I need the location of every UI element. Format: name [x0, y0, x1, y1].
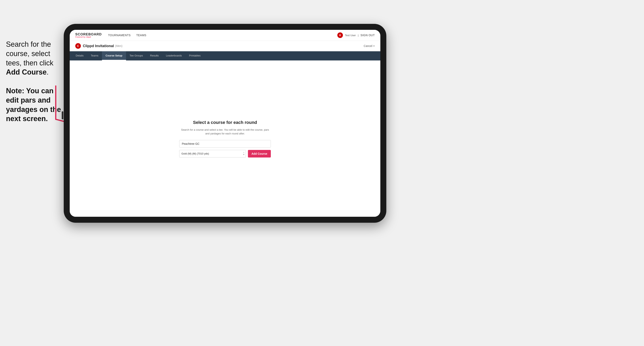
tablet-frame: SCOREBOARD Powered by clippd TOURNAMENTS…	[64, 24, 386, 223]
tee-clear-icon[interactable]: ×	[243, 152, 245, 154]
tournament-icon: C	[75, 43, 81, 49]
nav-tournaments[interactable]: TOURNAMENTS	[108, 33, 131, 38]
sign-out-link[interactable]: Sign out	[360, 33, 375, 38]
logo-area: SCOREBOARD Powered by clippd	[75, 33, 102, 38]
logo-text: SCOREBOARD	[75, 33, 102, 36]
nav-teams[interactable]: TEAMS	[136, 33, 146, 38]
instructions-panel: Search for the course, select tees, then…	[6, 40, 62, 124]
add-course-button[interactable]: Add Course	[248, 150, 271, 158]
cancel-label: Cancel	[364, 44, 372, 47]
tee-select-wrapper: Gold (M) (M) (7010 yds) × ▼	[179, 150, 246, 158]
logo-block: SCOREBOARD Powered by clippd	[75, 33, 102, 38]
instruction-line2: course, select	[6, 49, 50, 58]
tab-teams[interactable]: Teams	[87, 51, 102, 60]
tab-course-setup[interactable]: Course Setup	[102, 51, 126, 60]
tournament-subtitle: (Men)	[115, 44, 122, 47]
user-avatar: R	[337, 32, 343, 38]
instruction-note3: yardages on the	[6, 105, 61, 114]
logo-sub: Powered by clippd	[75, 36, 102, 38]
cancel-button[interactable]: Cancel ×	[364, 44, 375, 47]
main-content: Select a course for each round Search fo…	[70, 60, 380, 217]
tablet-screen: SCOREBOARD Powered by clippd TOURNAMENTS…	[70, 30, 380, 217]
tournament-title: Clippd Invitational	[83, 44, 114, 48]
course-card: Select a course for each round Search fo…	[179, 120, 271, 158]
tab-results[interactable]: Results	[146, 51, 162, 60]
tournament-header: C Clippd Invitational (Men) Cancel ×	[70, 41, 380, 51]
instruction-note: Note: You can	[6, 87, 54, 95]
instruction-line1: Search for the	[6, 40, 51, 48]
tab-leaderboards[interactable]: Leaderboards	[162, 51, 186, 60]
nav-links: TOURNAMENTS TEAMS	[108, 33, 337, 38]
tee-row: Gold (M) (M) (7010 yds) × ▼ Add Course	[179, 150, 271, 158]
course-search-input[interactable]	[179, 140, 271, 148]
tab-tee-groups[interactable]: Tee Groups	[126, 51, 146, 60]
card-description: Search for a course and select a tee. Yo…	[179, 128, 271, 136]
instruction-period: .	[46, 68, 48, 76]
tab-printables[interactable]: Printables	[186, 51, 204, 60]
tee-select-display[interactable]: Gold (M) (M) (7010 yds)	[179, 150, 246, 158]
instruction-line3: tees, then click	[6, 59, 53, 67]
instruction-note4: next screen.	[6, 115, 48, 123]
tab-details[interactable]: Details	[72, 51, 87, 60]
cancel-icon: ×	[373, 44, 375, 47]
top-nav: SCOREBOARD Powered by clippd TOURNAMENTS…	[70, 30, 380, 41]
instruction-note2: edit pars and	[6, 96, 50, 104]
nav-right: R Test User | Sign out	[337, 32, 375, 38]
user-name: Test User	[345, 34, 356, 37]
card-title: Select a course for each round	[179, 120, 271, 125]
instruction-bold: Add Course	[6, 68, 46, 76]
nav-separator: |	[358, 34, 358, 37]
tee-value-text: Gold (M) (M) (7010 yds)	[182, 152, 209, 155]
tee-expand-icon[interactable]: ▼	[243, 154, 245, 156]
tablet-side-button	[62, 111, 63, 119]
tee-controls: × ▼	[243, 152, 245, 156]
tab-nav: Details Teams Course Setup Tee Groups Re…	[70, 51, 380, 60]
